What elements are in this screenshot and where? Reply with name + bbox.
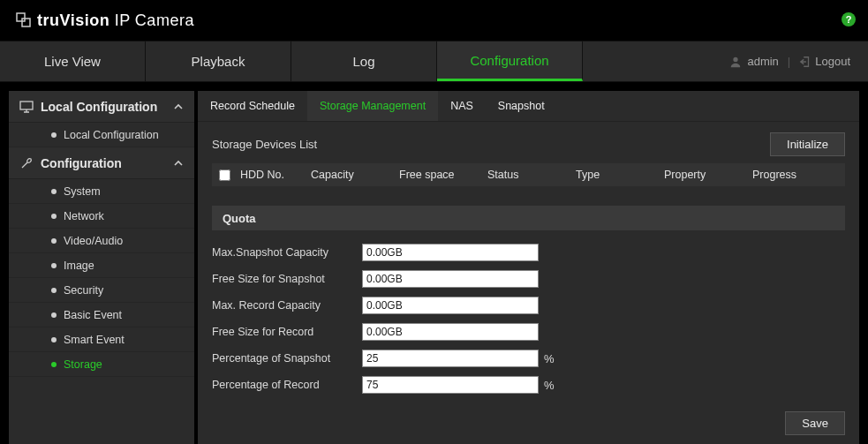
row-percentage-record: Percentage of Record %: [212, 372, 845, 398]
logout-link[interactable]: Logout: [815, 55, 850, 68]
sidebar-item-smart-event[interactable]: Smart Event: [9, 327, 194, 352]
sidebar: Local Configuration Local Configuration …: [9, 91, 194, 444]
row-free-size-record: Free Size for Record: [212, 319, 845, 345]
sidebar-item-local-configuration[interactable]: Local Configuration: [9, 123, 194, 147]
suffix-percentage-record: %: [544, 379, 555, 392]
content: Record Schedule Storage Management NAS S…: [198, 91, 859, 444]
avatar-icon: [729, 56, 742, 68]
wrench-icon: [19, 156, 34, 170]
brand-title-bold: truVision: [37, 11, 109, 29]
save-button[interactable]: Save: [785, 411, 845, 435]
sidebar-item-video-audio[interactable]: Video/Audio: [9, 229, 194, 253]
label-free-size-snapshot: Free Size for Snapshot: [212, 273, 362, 285]
subtab-storage-management[interactable]: Storage Management: [307, 91, 438, 121]
select-all-checkbox-cell: [219, 169, 240, 181]
brand-title-rest: IP Camera: [109, 11, 194, 29]
label-max-record-capacity: Max. Record Capacity: [212, 299, 362, 312]
initialize-button[interactable]: Initialize: [770, 132, 845, 156]
row-max-record-capacity: Max. Record Capacity: [212, 292, 845, 319]
storage-list-title: Storage Devices List: [212, 138, 317, 151]
col-type: Type: [576, 169, 664, 181]
svg-rect-0: [17, 13, 25, 21]
brand-title: truVision IP Camera: [37, 11, 194, 30]
sidebar-item-image[interactable]: Image: [9, 253, 194, 278]
sidebar-item-storage[interactable]: Storage: [9, 352, 194, 377]
sidebar-item-security[interactable]: Security: [9, 278, 194, 303]
label-max-snapshot-capacity: Max.Snapshot Capacity: [212, 246, 362, 259]
storage-table-header: HDD No. Capacity Free space Status Type …: [212, 163, 845, 186]
main-nav: Live View Playback Log Configuration adm…: [0, 41, 868, 82]
label-free-size-record: Free Size for Record: [212, 326, 362, 338]
nav-tab-live-view[interactable]: Live View: [0, 41, 146, 81]
help-icon[interactable]: ?: [842, 12, 856, 26]
nav-spacer: [583, 41, 729, 81]
col-progress: Progress: [752, 169, 845, 181]
panel: Storage Devices List Initialize HDD No. …: [198, 122, 859, 403]
sidebar-head-label: Local Configuration: [41, 100, 157, 114]
row-percentage-snapshot: Percentage of Snapshot %: [212, 345, 845, 372]
sidebar-section-local: Local Configuration Local Configuration: [9, 91, 194, 147]
user-box: admin | Logout: [729, 41, 868, 81]
sidebar-section-configuration: Configuration System Network Video/Audio…: [9, 147, 194, 377]
select-all-checkbox[interactable]: [219, 169, 230, 181]
brand-bar: truVision IP Camera ?: [0, 0, 868, 41]
sidebar-item-system[interactable]: System: [9, 179, 194, 204]
brand-logo-icon: [16, 12, 32, 28]
label-percentage-record: Percentage of Record: [212, 379, 362, 391]
svg-point-2: [734, 56, 738, 61]
col-capacity: Capacity: [311, 169, 399, 181]
input-free-size-snapshot[interactable]: [362, 270, 539, 288]
subtab-snapshot[interactable]: Snapshot: [486, 91, 557, 121]
row-max-snapshot-capacity: Max.Snapshot Capacity: [212, 239, 845, 266]
input-max-snapshot-capacity[interactable]: [362, 244, 539, 261]
sidebar-head-configuration[interactable]: Configuration: [9, 147, 194, 179]
col-property: Property: [664, 169, 752, 181]
sidebar-item-network[interactable]: Network: [9, 204, 194, 229]
sidebar-head-label: Configuration: [41, 156, 122, 170]
footer: Save: [198, 403, 859, 444]
input-percentage-record[interactable]: [362, 376, 539, 394]
logout-icon: [799, 56, 811, 68]
body-wrap: Local Configuration Local Configuration …: [0, 82, 868, 444]
monitor-icon: [19, 100, 34, 114]
col-status: Status: [487, 169, 576, 181]
svg-rect-1: [22, 19, 30, 26]
row-free-size-snapshot: Free Size for Snapshot: [212, 266, 845, 292]
nav-tab-configuration[interactable]: Configuration: [437, 41, 583, 81]
chevron-up-icon: [173, 102, 184, 112]
chevron-up-icon: [173, 158, 184, 169]
label-percentage-snapshot: Percentage of Snapshot: [212, 352, 362, 365]
col-free-space: Free space: [399, 169, 487, 181]
storage-list-header-row: Storage Devices List Initialize: [212, 132, 845, 156]
input-max-record-capacity[interactable]: [362, 297, 539, 314]
suffix-percentage-snapshot: %: [544, 352, 555, 365]
input-percentage-snapshot[interactable]: [362, 350, 539, 367]
subtab-record-schedule[interactable]: Record Schedule: [198, 91, 307, 121]
sidebar-item-basic-event[interactable]: Basic Event: [9, 303, 194, 327]
input-free-size-record[interactable]: [362, 323, 539, 341]
svg-rect-3: [20, 102, 33, 109]
subtabs: Record Schedule Storage Management NAS S…: [198, 91, 859, 122]
nav-tab-playback[interactable]: Playback: [146, 41, 291, 81]
user-separator: |: [788, 55, 790, 68]
nav-tab-log[interactable]: Log: [291, 41, 437, 81]
subtab-nas[interactable]: NAS: [438, 91, 486, 121]
col-hdd-no: HDD No.: [240, 169, 311, 181]
quota-section-title: Quota: [212, 206, 845, 230]
user-name[interactable]: admin: [747, 55, 778, 68]
sidebar-head-local-configuration[interactable]: Local Configuration: [9, 91, 194, 123]
